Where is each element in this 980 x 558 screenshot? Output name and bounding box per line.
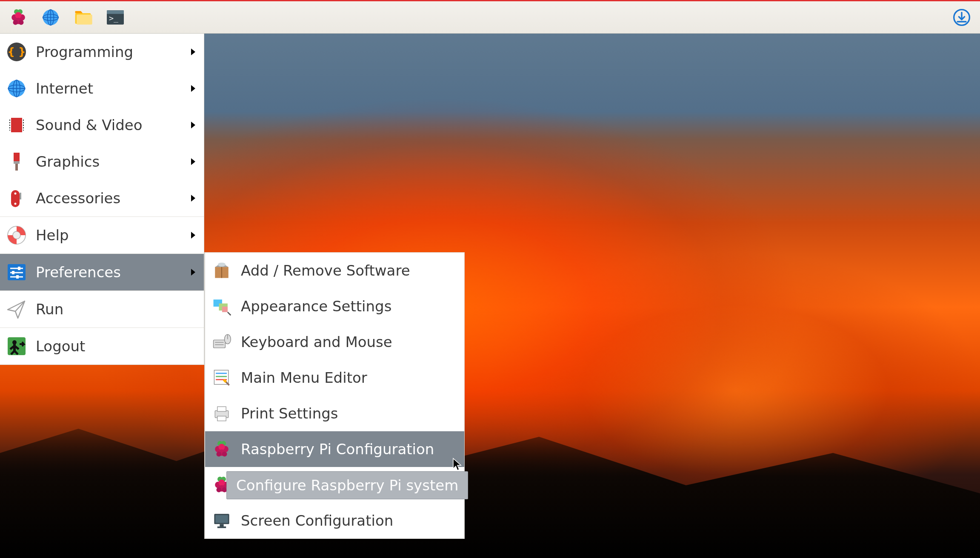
menu-item-help[interactable]: Help: [0, 217, 204, 253]
package-icon: [211, 260, 232, 281]
submenu-item-add-remove-software[interactable]: Add / Remove Software: [205, 253, 464, 288]
menu-label: Logout: [36, 338, 85, 355]
chevron-right-icon: [189, 121, 198, 129]
menu-label: Sound & Video: [36, 117, 142, 134]
folder-icon: [72, 7, 94, 28]
submenu-label: Print Settings: [241, 405, 338, 422]
download-indicator[interactable]: [947, 5, 977, 30]
menu-item-accessories[interactable]: Accessories: [0, 180, 204, 216]
globe-icon: [5, 77, 28, 100]
appearance-icon: [211, 296, 232, 317]
mouse-cursor: [452, 458, 463, 471]
code-icon: [5, 40, 28, 63]
submenu-label: Appearance Settings: [241, 298, 391, 315]
submenu-label: Screen Configuration: [241, 512, 393, 529]
menu-editor-icon: [211, 367, 232, 388]
exit-icon: [5, 335, 28, 358]
globe-icon: [40, 7, 61, 28]
menu-label: Graphics: [36, 153, 100, 170]
chevron-right-icon: [189, 268, 198, 276]
paperplane-icon: [5, 298, 28, 321]
keyboard-mouse-icon: [211, 331, 232, 353]
menu-item-logout[interactable]: Logout: [0, 328, 204, 364]
submenu-item-raspberry-pi-configuration[interactable]: Raspberry Pi Configuration: [205, 431, 464, 467]
download-icon: [951, 7, 972, 28]
wallpaper-silhouette: [0, 396, 980, 558]
raspberry-icon: [8, 7, 29, 28]
menu-label: Preferences: [36, 264, 121, 281]
terminal-launcher[interactable]: [100, 5, 130, 30]
submenu-item-keyboard-mouse[interactable]: Keyboard and Mouse: [205, 324, 464, 360]
clapper-icon: [5, 114, 28, 137]
submenu-label: Add / Remove Software: [241, 262, 410, 279]
swiss-knife-icon: [5, 187, 28, 210]
taskbar: [0, 1, 980, 34]
web-browser-launcher[interactable]: [36, 5, 66, 30]
submenu-label: Keyboard and Mouse: [241, 333, 392, 350]
menu-item-preferences[interactable]: Preferences: [0, 254, 204, 290]
menu-label: Help: [36, 227, 69, 244]
raspberry-icon: [211, 438, 232, 460]
submenu-item-screen-configuration[interactable]: Screen Configuration: [205, 503, 464, 538]
menu-item-programming[interactable]: Programming: [0, 34, 204, 70]
submenu-label: Raspberry Pi Configuration: [241, 441, 434, 458]
menu-label: Internet: [36, 80, 93, 97]
application-menu: Programming Internet Sound & Video Graph…: [0, 34, 204, 365]
chevron-right-icon: [189, 84, 198, 93]
menu-label: Run: [36, 301, 63, 318]
paintbrush-icon: [5, 150, 28, 173]
lifebuoy-icon: [5, 224, 28, 247]
menu-label: Programming: [36, 43, 133, 60]
file-manager-launcher[interactable]: [68, 5, 98, 30]
chevron-right-icon: [189, 157, 198, 166]
printer-icon: [211, 403, 232, 424]
menu-item-internet[interactable]: Internet: [0, 70, 204, 107]
sliders-icon: [5, 261, 28, 284]
chevron-right-icon: [189, 48, 198, 56]
chevron-right-icon: [189, 194, 198, 202]
tooltip: Configure Raspberry Pi system: [226, 471, 468, 499]
menu-item-sound-video[interactable]: Sound & Video: [0, 107, 204, 143]
menu-item-run[interactable]: Run: [0, 291, 204, 327]
top-red-bar: [0, 0, 980, 1]
menu-label: Accessories: [36, 190, 120, 207]
submenu-label: Main Menu Editor: [241, 369, 367, 386]
submenu-item-appearance-settings[interactable]: Appearance Settings: [205, 288, 464, 324]
terminal-icon: [105, 7, 126, 28]
chevron-right-icon: [189, 231, 198, 239]
submenu-item-main-menu-editor[interactable]: Main Menu Editor: [205, 360, 464, 396]
app-menu-button[interactable]: [3, 5, 33, 30]
menu-item-graphics[interactable]: Graphics: [0, 143, 204, 180]
submenu-item-print-settings[interactable]: Print Settings: [205, 396, 464, 431]
monitor-icon: [211, 510, 232, 531]
